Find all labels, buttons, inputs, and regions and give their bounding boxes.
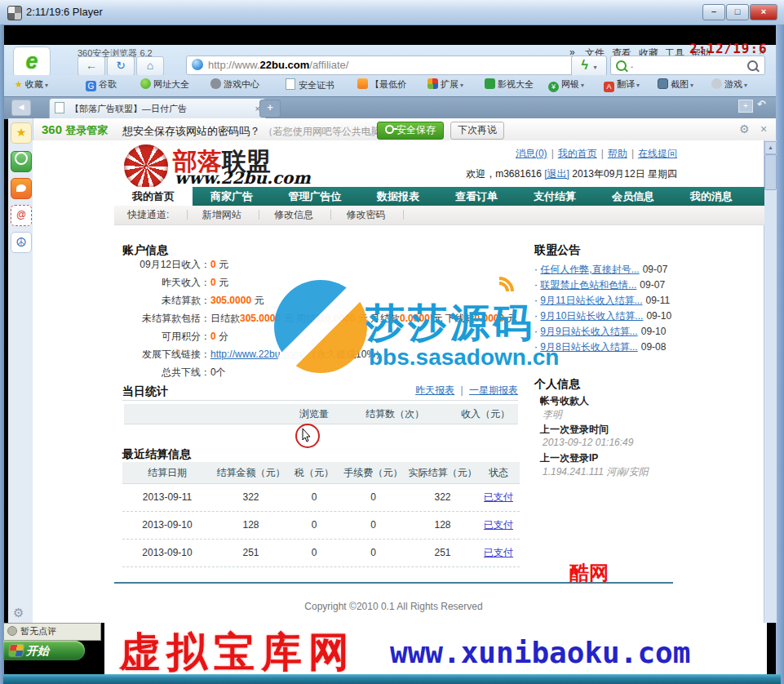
- tool-extensions[interactable]: 扩展▾: [427, 78, 463, 91]
- search-text: .: [631, 59, 633, 70]
- site-safety-icon[interactable]: [192, 59, 203, 70]
- quick-links-bar: 快捷通道: 新增网站 修改信息 修改密码: [114, 206, 764, 225]
- tool-video[interactable]: 影视大全: [485, 78, 534, 91]
- settlement-title: 最近结算信息: [122, 447, 191, 462]
- document-icon: [286, 78, 295, 90]
- announcement-item: · 9月10日站长收入结算...09-10: [534, 309, 689, 323]
- chevron-down-icon: ▾: [45, 82, 48, 89]
- player-titlebar: 2:11/19:6 Player – □ ×: [0, 0, 784, 25]
- save-password-button[interactable]: 安全保存: [377, 122, 444, 140]
- link-messages[interactable]: 消息(0): [516, 148, 547, 159]
- speed-mode-button[interactable]: ϟ ▾: [571, 56, 607, 77]
- col-pageviews: 浏览量: [299, 407, 329, 421]
- nav-tab-member-info[interactable]: 会员信息: [594, 187, 672, 206]
- table-row: 2013-09-1012800128已支付: [122, 511, 520, 540]
- address-bar[interactable]: http://www.22bu.com/affiliate/: [186, 56, 591, 75]
- table-row: 2013-09-1025100251已支付: [122, 539, 520, 567]
- search-icon[interactable]: [747, 60, 758, 71]
- tool-games[interactable]: 游戏▾: [711, 78, 747, 91]
- no-comment-tooltip: 暂无点评: [3, 623, 101, 641]
- translate-icon: A: [604, 82, 614, 92]
- games-icon: [711, 78, 722, 89]
- nav-tab-settlement[interactable]: 支付结算: [516, 187, 594, 206]
- sidebar-collapse-icon[interactable]: ◀: [11, 100, 31, 116]
- week-report-link[interactable]: 一星期报表: [469, 384, 518, 396]
- page-icon: [55, 102, 64, 113]
- quick-label: 快捷通道:: [127, 209, 169, 220]
- yesterday-report-link[interactable]: 昨天报表: [415, 384, 454, 396]
- ebank-icon: ¥: [548, 82, 559, 92]
- minimize-button[interactable]: –: [702, 4, 725, 20]
- undo-closed-tab-icon[interactable]: ↶: [757, 98, 766, 110]
- nav-tab-ad-slots[interactable]: 管理广告位: [271, 187, 359, 206]
- account-info-title: 账户信息: [122, 243, 168, 258]
- back-button[interactable]: ←: [78, 56, 105, 76]
- bookmark-url-nav[interactable]: 网址大全: [140, 78, 189, 91]
- quick-add-site[interactable]: 新增网站: [202, 209, 241, 220]
- password-manager-brand: 360 登录管家: [42, 122, 108, 138]
- nav-tab-home[interactable]: 我的首页: [114, 187, 193, 206]
- browser-logo-icon[interactable]: e: [13, 47, 51, 78]
- windows-flag-icon: [9, 645, 24, 656]
- nav-tab-reports[interactable]: 数据报表: [359, 187, 437, 206]
- bookmark-certificate[interactable]: 安全证书: [286, 78, 334, 91]
- quick-change-password[interactable]: 修改密码: [346, 209, 385, 220]
- ask-later-button[interactable]: 下次再说: [450, 122, 504, 140]
- close-button[interactable]: ×: [750, 4, 777, 20]
- bookmark-lowest-price[interactable]: 【最低价: [357, 78, 406, 91]
- price-icon: [357, 78, 368, 89]
- window-border-left: [0, 24, 4, 684]
- new-window-icon[interactable]: +: [738, 100, 753, 113]
- site-navbar: 我的首页 商家广告 管理广告位 数据报表 查看订单 支付结算 会员信息 我的消息: [114, 187, 764, 206]
- link-help[interactable]: 帮助: [608, 148, 627, 159]
- maximize-button[interactable]: □: [726, 4, 749, 20]
- chevron-down-icon: ▾: [744, 82, 747, 89]
- search-input[interactable]: .: [610, 56, 765, 75]
- nav-tab-orders[interactable]: 查看订单: [437, 187, 516, 206]
- refresh-button[interactable]: ↻: [107, 56, 135, 76]
- weibo-icon[interactable]: [11, 178, 32, 199]
- tool-screenshot[interactable]: 截图▾: [658, 78, 693, 91]
- copyright-text: Copyright ©2010 0.1 All Rights Reserved: [114, 601, 673, 612]
- screenshot-icon: [658, 78, 668, 89]
- announcement-item: · 9月9日站长收入结算...09-10: [534, 325, 689, 339]
- paid-status-link[interactable]: 已支付: [484, 519, 513, 531]
- paid-status-link[interactable]: 已支付: [484, 547, 513, 558]
- url-path: /affiliate/: [309, 59, 348, 71]
- scroll-up-icon[interactable]: ▲: [764, 141, 777, 154]
- scrollbar-track[interactable]: [764, 140, 777, 623]
- today-stats-header: 当日统计 昨天报表 | 一星期报表: [122, 384, 518, 401]
- logout-link[interactable]: [退出]: [544, 168, 569, 180]
- gear-icon[interactable]: ⚙: [739, 122, 750, 135]
- scrollbar-thumb[interactable]: [764, 154, 777, 190]
- chevron-down-icon: ▾: [636, 82, 640, 89]
- link-my-home[interactable]: 我的首页: [558, 148, 597, 159]
- paid-status-link[interactable]: 已支付: [484, 491, 513, 503]
- site-logo-dragon-icon[interactable]: [124, 144, 168, 189]
- tab-current[interactable]: 【部落广告联盟】—日付广告 ×: [49, 98, 266, 119]
- favorites-star-icon[interactable]: ★: [11, 122, 32, 144]
- sasadown-logo-icon: [274, 280, 367, 373]
- quick-edit-info[interactable]: 修改信息: [274, 209, 313, 220]
- nav-tab-messages[interactable]: 我的消息: [672, 187, 751, 206]
- bookmark-google[interactable]: G谷歌: [86, 78, 117, 91]
- mail-icon[interactable]: @: [11, 205, 32, 226]
- current-date: 2013年09月12日 星期四: [572, 168, 677, 180]
- password-bar-close-icon[interactable]: ×: [760, 122, 767, 135]
- start-button[interactable]: 开始: [3, 641, 85, 660]
- peace-app-icon[interactable]: ☮: [11, 232, 32, 253]
- chevron-down-icon: ▾: [460, 82, 463, 89]
- tool-translate[interactable]: A翻译▾: [604, 78, 640, 92]
- history-clock-icon[interactable]: [11, 151, 32, 172]
- nav-tab-merchant-ads[interactable]: 商家广告: [193, 187, 271, 206]
- new-tab-button[interactable]: +: [259, 100, 281, 118]
- bookmark-favorites[interactable]: ★ 收藏▾: [15, 78, 48, 91]
- link-online-ask[interactable]: 在线提问: [638, 148, 677, 159]
- home-button[interactable]: ⌂: [136, 56, 164, 76]
- payee-value: 李明: [543, 408, 562, 422]
- sidebar-gear-icon[interactable]: ⚙: [13, 606, 24, 620]
- tool-ebank[interactable]: ¥网银▾: [548, 78, 584, 92]
- bookmark-game-center[interactable]: 游戏中心: [210, 78, 259, 91]
- url-domain: 22bu.com: [260, 59, 310, 71]
- player-window-icon: [7, 6, 22, 20]
